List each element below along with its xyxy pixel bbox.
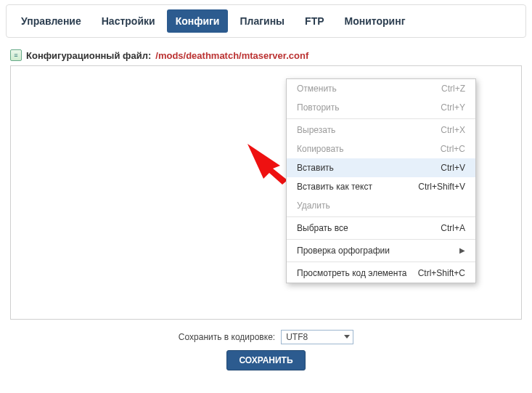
ctx-copy[interactable]: Копировать Ctrl+C <box>287 139 475 158</box>
encoding-label: Сохранить в кодировке: <box>179 332 275 342</box>
ctx-paste[interactable]: Вставить Ctrl+V <box>287 158 475 177</box>
list-icon: ≡ <box>10 49 22 61</box>
config-path-value: /mods/deathmatch/mtaserver.conf <box>155 50 308 61</box>
ctx-undo-label: Отменить <box>297 83 337 94</box>
ctx-separator <box>287 118 475 119</box>
ctx-paste-as-text[interactable]: Вставить как текст Ctrl+Shift+V <box>287 177 475 196</box>
ctx-paste-label: Вставить <box>297 162 334 174</box>
nav-item-configs[interactable]: Конфиги <box>167 9 229 33</box>
footer: Сохранить в кодировке: UTF8 СОХРАНИТЬ <box>0 320 532 370</box>
ctx-separator <box>287 239 475 240</box>
save-button[interactable]: СОХРАНИТЬ <box>226 350 305 370</box>
config-path-row: ≡ Конфигурационный файл: /mods/deathmatc… <box>0 42 532 65</box>
ctx-inspect-shortcut: Ctrl+Shift+C <box>418 267 465 279</box>
ctx-cut[interactable]: Вырезать Ctrl+X <box>287 121 475 139</box>
nav-item-settings[interactable]: Настройки <box>93 9 164 33</box>
ctx-redo-shortcut: Ctrl+Y <box>441 102 465 113</box>
config-path-label: Конфигурационный файл: <box>26 50 151 61</box>
ctx-paste-as-text-label: Вставить как текст <box>297 181 372 193</box>
ctx-paste-as-text-shortcut: Ctrl+Shift+V <box>418 181 465 193</box>
nav-item-monitoring[interactable]: Мониторинг <box>336 9 414 33</box>
nav-item-ftp[interactable]: FTP <box>296 9 332 33</box>
nav-item-plugins[interactable]: Плагины <box>231 9 293 33</box>
ctx-copy-label: Копировать <box>297 143 344 155</box>
ctx-inspect[interactable]: Просмотреть код элемента Ctrl+Shift+C <box>287 264 475 283</box>
ctx-redo-label: Повторить <box>297 102 340 113</box>
ctx-select-all-shortcut: Ctrl+A <box>441 222 465 234</box>
context-menu: Отменить Ctrl+Z Повторить Ctrl+Y Вырезат… <box>286 78 476 283</box>
encoding-row: Сохранить в кодировке: UTF8 <box>179 330 353 344</box>
encoding-select[interactable]: UTF8 <box>281 330 353 344</box>
ctx-undo[interactable]: Отменить Ctrl+Z <box>287 79 475 98</box>
ctx-select-all[interactable]: Выбрать все Ctrl+A <box>287 219 475 238</box>
ctx-cut-label: Вырезать <box>297 124 335 136</box>
ctx-redo[interactable]: Повторить Ctrl+Y <box>287 98 475 117</box>
ctx-select-all-label: Выбрать все <box>297 222 348 234</box>
ctx-separator <box>287 216 475 217</box>
ctx-spellcheck-label: Проверка орфографии <box>297 245 390 256</box>
ctx-spellcheck[interactable]: Проверка орфографии ▶ <box>287 241 475 260</box>
nav-item-management[interactable]: Управление <box>12 9 90 33</box>
nav-bar: Управление Настройки Конфиги Плагины FTP… <box>6 4 526 38</box>
ctx-inspect-label: Просмотреть код элемента <box>297 267 406 279</box>
ctx-copy-shortcut: Ctrl+C <box>441 143 465 155</box>
ctx-paste-shortcut: Ctrl+V <box>441 162 465 174</box>
ctx-separator <box>287 262 475 262</box>
ctx-delete[interactable]: Удалить <box>287 196 475 215</box>
encoding-value: UTF8 <box>286 332 308 342</box>
chevron-right-icon: ▶ <box>459 245 465 256</box>
ctx-undo-shortcut: Ctrl+Z <box>441 83 465 94</box>
ctx-cut-shortcut: Ctrl+X <box>441 124 465 136</box>
ctx-delete-label: Удалить <box>297 200 330 211</box>
